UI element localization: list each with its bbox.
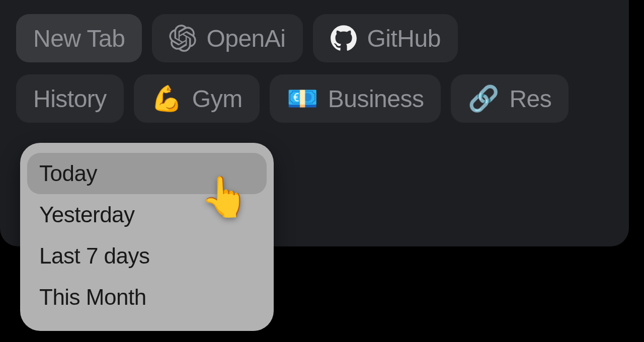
- tab-row-2: History💪Gym💶Business🔗Res: [16, 74, 613, 123]
- tab-business-label: Business: [328, 85, 424, 113]
- tab-res[interactable]: 🔗Res: [451, 74, 569, 123]
- tab-openai[interactable]: OpenAi: [152, 14, 302, 62]
- history-option-last-7-days[interactable]: Last 7 days: [27, 235, 267, 277]
- tab-history-label: History: [33, 85, 107, 113]
- tab-new-tab-label: New Tab: [33, 25, 125, 52]
- tab-gym[interactable]: 💪Gym: [134, 74, 260, 123]
- openai-icon: [169, 25, 196, 52]
- money-icon: 💶: [287, 86, 318, 111]
- flex-icon: 💪: [151, 86, 182, 111]
- history-option-this-month[interactable]: This Month: [27, 277, 267, 318]
- tab-github[interactable]: GitHub: [313, 14, 458, 62]
- tab-new-tab[interactable]: New Tab: [16, 14, 142, 62]
- tab-business[interactable]: 💶Business: [270, 74, 441, 123]
- tab-gym-label: Gym: [192, 85, 243, 113]
- history-option-today[interactable]: Today: [27, 153, 267, 194]
- tab-openai-label: OpenAi: [206, 25, 285, 52]
- tab-res-label: Res: [509, 85, 551, 113]
- link-icon: 🔗: [468, 86, 499, 111]
- history-dropdown: TodayYesterdayLast 7 daysThis Month: [20, 143, 274, 331]
- history-option-yesterday[interactable]: Yesterday: [27, 194, 267, 235]
- tab-row-1: New TabOpenAiGitHub: [16, 14, 613, 62]
- tab-github-label: GitHub: [367, 25, 441, 52]
- github-icon: [330, 25, 357, 52]
- tab-history[interactable]: History: [16, 74, 124, 123]
